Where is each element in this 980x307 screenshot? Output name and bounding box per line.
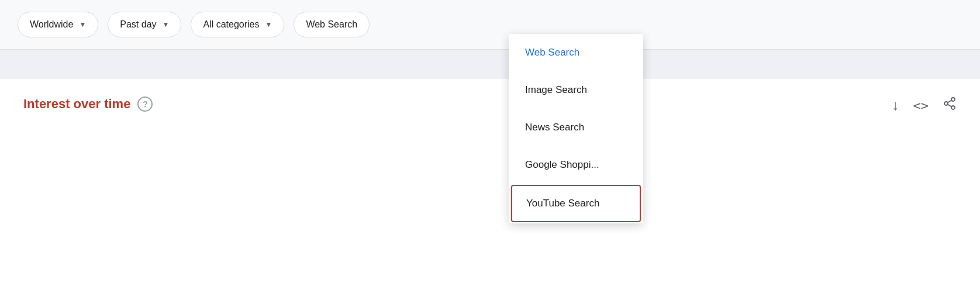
location-label: Worldwide <box>30 19 73 30</box>
card-actions: ↓ <> <box>892 96 957 114</box>
main-card: Interest over time ? ↓ <> <box>0 79 980 307</box>
share-icon[interactable] <box>943 96 957 114</box>
section-title: Interest over time <box>23 96 130 112</box>
time-label: Past day <box>120 19 156 30</box>
categories-label: All categories <box>203 19 259 30</box>
location-chevron-icon: ▼ <box>79 20 86 29</box>
time-dropdown[interactable]: Past day ▼ <box>108 12 181 37</box>
search-type-dropdown[interactable]: Web Search <box>294 12 370 37</box>
menu-item-image-search[interactable]: Image Search <box>509 71 643 109</box>
embed-icon[interactable]: <> <box>913 98 929 113</box>
card-title: Interest over time ? <box>23 96 957 112</box>
top-bar: Worldwide ▼ Past day ▼ All categories ▼ … <box>0 0 980 50</box>
help-icon[interactable]: ? <box>137 96 153 112</box>
svg-line-4 <box>948 101 952 103</box>
svg-line-3 <box>948 105 952 107</box>
time-chevron-icon: ▼ <box>163 20 170 29</box>
menu-item-web-search[interactable]: Web Search <box>509 34 643 71</box>
search-type-menu: Web Search Image Search News Search Goog… <box>509 34 643 223</box>
page-layout: Worldwide ▼ Past day ▼ All categories ▼ … <box>0 0 980 307</box>
download-icon[interactable]: ↓ <box>892 97 899 113</box>
categories-chevron-icon: ▼ <box>265 20 272 29</box>
menu-item-youtube-search[interactable]: YouTube Search <box>511 185 641 222</box>
menu-item-news-search[interactable]: News Search <box>509 109 643 146</box>
search-type-label: Web Search <box>306 19 357 30</box>
menu-item-google-shopping[interactable]: Google Shoppi... <box>509 146 643 184</box>
categories-dropdown[interactable]: All categories ▼ <box>191 12 284 37</box>
middle-area <box>0 50 980 79</box>
location-dropdown[interactable]: Worldwide ▼ <box>18 12 98 37</box>
